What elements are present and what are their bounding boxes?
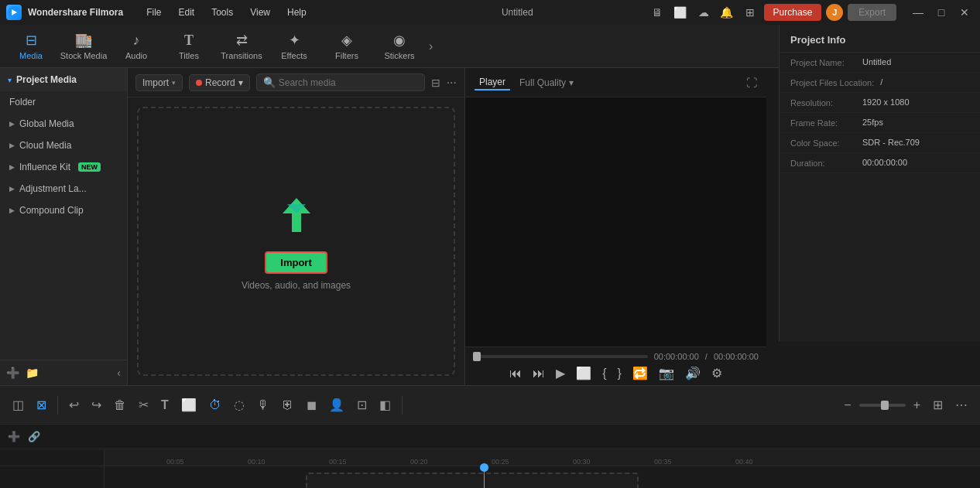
search-box[interactable]: 🔍 (256, 73, 425, 91)
left-panel: ▾ Project Media Folder ▶ Global Media ▶ … (0, 68, 464, 385)
add-folder-icon[interactable]: ➕ (6, 367, 19, 379)
import-button[interactable]: Import (265, 251, 327, 274)
titles-icon: T (184, 32, 194, 49)
speed-icon[interactable]: ⏱ (204, 395, 226, 415)
sidebar-item-influence-kit[interactable]: ▶ Influence Kit NEW (0, 156, 127, 178)
more-options-icon[interactable]: ⋯ (951, 394, 972, 415)
step-back-button[interactable]: ⏮ (509, 367, 522, 381)
close-button[interactable]: ✕ (955, 3, 974, 22)
duration-label: Duration: (790, 158, 856, 168)
sidebar-item-adjustment[interactable]: ▶ Adjustment La... (0, 178, 127, 200)
fullscreen-icon[interactable]: ⛶ (746, 77, 757, 89)
search-input[interactable] (279, 77, 418, 88)
video-track[interactable]: Drag and drop media and effects here to … (105, 466, 980, 488)
player-tab[interactable]: Player (475, 75, 510, 90)
frame-back-button[interactable]: ⏭ (533, 367, 545, 381)
toolbar-transitions[interactable]: ⇄ Transitions (215, 26, 268, 67)
volume-icon[interactable]: 🔊 (685, 366, 701, 381)
menu-view[interactable]: View (242, 4, 278, 21)
monitor-icon[interactable]: 🖥 (648, 3, 666, 22)
select-tool-icon[interactable]: ⊠ (32, 394, 51, 415)
toolbar-media[interactable]: ⊟ Media (5, 26, 57, 67)
folder-icon[interactable]: 📁 (26, 367, 39, 379)
drag-drop-area[interactable] (306, 473, 639, 488)
video-effects-icon[interactable]: ◼ (302, 394, 321, 415)
green-screen-icon[interactable]: ◧ (375, 394, 396, 415)
snapshot-icon[interactable]: 📷 (659, 366, 674, 381)
menu-file[interactable]: File (139, 4, 169, 21)
settings-icon[interactable]: ⚙ (711, 366, 722, 381)
sidebar-collapse-arrow[interactable]: ▾ (8, 76, 12, 84)
import-dropdown[interactable]: Import ▾ (135, 74, 183, 91)
toolbar-titles[interactable]: T Titles (163, 26, 215, 67)
menu-help[interactable]: Help (279, 4, 314, 21)
zoom-out-button[interactable]: − (839, 395, 855, 415)
quality-dropdown[interactable]: Full Quality ▾ (519, 77, 574, 88)
bell-icon[interactable]: 🔔 (718, 3, 736, 22)
avatar[interactable]: J (826, 4, 843, 21)
scene-split-icon[interactable]: ◫ (8, 394, 29, 415)
toolbar-more-icon[interactable]: › (426, 36, 436, 56)
chevron-right-icon: ▶ (9, 120, 15, 128)
add-track-icon[interactable]: ➕ (8, 431, 20, 442)
audio-label: Audio (125, 51, 147, 60)
undo-icon[interactable]: ↩ (64, 394, 84, 415)
minimize-button[interactable]: — (909, 3, 927, 22)
titlebar-actions: 🖥 ⬜ ☁ 🔔 ⊞ Purchase J Export (648, 3, 896, 22)
link-icon[interactable]: 🔗 (28, 431, 40, 442)
motion-track-icon[interactable]: ⊡ (352, 394, 372, 415)
purchase-button[interactable]: Purchase (764, 4, 822, 21)
color-correction-icon[interactable]: ◌ (229, 394, 249, 415)
stabilize-icon[interactable]: ⛨ (277, 395, 299, 415)
mark-in-button[interactable]: { (602, 367, 606, 381)
playback-controls: ⏮ ⏭ ▶ ⬜ { } 🔁 📷 🔊 ⚙ (473, 366, 759, 381)
framerate-label: Frame Rate: (790, 118, 856, 128)
grid-view-icon[interactable]: ⊞ (928, 394, 947, 415)
tick-4: 00:20 (410, 458, 428, 466)
cloud-icon[interactable]: ☁ (694, 3, 713, 22)
toolbar-stock-media[interactable]: 🏬 Stock Media (57, 26, 110, 67)
drop-zone[interactable]: Import Videos, audio, and images (137, 107, 455, 376)
maximize-button[interactable]: □ (932, 3, 951, 22)
sidebar-item-cloud-media[interactable]: ▶ Cloud Media (0, 135, 127, 156)
toolbar-filters[interactable]: ◈ Filters (320, 26, 373, 67)
sidebar-item-global-media[interactable]: ▶ Global Media (0, 113, 127, 135)
zoom-slider[interactable] (859, 404, 906, 407)
more-options-icon[interactable]: ··· (447, 76, 457, 90)
transitions-icon: ⇄ (236, 32, 248, 49)
filter-icon[interactable]: ⊟ (431, 77, 440, 89)
toolbar-stickers[interactable]: ◉ Stickers (373, 26, 426, 67)
redo-icon[interactable]: ↪ (87, 394, 106, 415)
playhead-head (480, 463, 488, 472)
playhead[interactable] (484, 466, 485, 488)
collapse-sidebar-button[interactable]: ‹ (117, 367, 121, 379)
crop-icon[interactable]: ⬜ (176, 394, 201, 415)
ruler: 00:05 00:10 00:15 00:20 00:25 00:30 00:3… (105, 449, 980, 466)
stop-button[interactable]: ⬜ (576, 366, 591, 381)
menu-tools[interactable]: Tools (204, 4, 241, 21)
play-button[interactable]: ▶ (556, 366, 565, 381)
sidebar-item-compound-clip[interactable]: ▶ Compound Clip (0, 200, 127, 221)
tick-7: 00:35 (654, 458, 672, 466)
toolbar-audio[interactable]: ♪ Audio (110, 26, 163, 67)
project-name-value: Untitled (862, 57, 891, 67)
audio-icon[interactable]: 🎙 (252, 395, 274, 415)
window-icon[interactable]: ⬜ (671, 3, 690, 22)
toolbar-effects[interactable]: ✦ Effects (268, 26, 320, 67)
record-button[interactable]: Record ▾ (189, 74, 250, 91)
ai-portrait-icon[interactable]: 👤 (324, 394, 349, 415)
apps-icon[interactable]: ⊞ (741, 3, 759, 22)
sidebar-item-folder[interactable]: Folder (0, 91, 127, 113)
menu-edit[interactable]: Edit (170, 4, 202, 21)
cut-icon[interactable]: ✂ (134, 394, 153, 415)
player-screen (465, 97, 766, 346)
export-button[interactable]: Export (848, 4, 896, 21)
text-icon[interactable]: T (156, 395, 173, 415)
loop-icon[interactable]: 🔁 (632, 366, 648, 381)
media-label: Media (19, 51, 43, 60)
delete-icon[interactable]: 🗑 (109, 395, 131, 415)
progress-bar[interactable] (473, 355, 648, 358)
progress-thumb (473, 352, 481, 361)
zoom-in-button[interactable]: + (909, 395, 925, 415)
mark-out-button[interactable]: } (618, 367, 622, 381)
